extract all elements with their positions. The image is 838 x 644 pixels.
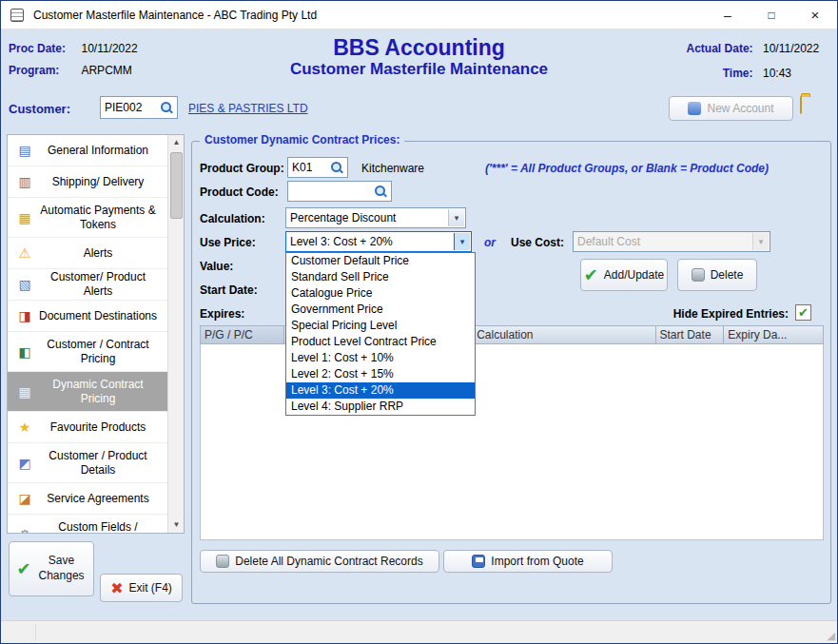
scroll-up-icon[interactable]: ▲ — [168, 135, 185, 150]
grid-icon: ▦ — [15, 384, 34, 400]
import-from-quote-button[interactable]: Import from Quote — [443, 550, 613, 573]
sidebar-item-alerts[interactable]: ⚠ Alerts — [8, 238, 169, 269]
chevron-down-icon[interactable]: ▾ — [454, 233, 470, 250]
chevron-down-icon[interactable]: ▾ — [448, 209, 464, 226]
dynamic-contract-prices-group: Customer Dynamic Contract Prices: Produc… — [191, 141, 831, 604]
star-icon: ★ — [15, 420, 34, 435]
delete-all-icon — [216, 555, 229, 568]
use-price-option[interactable]: Special Pricing Level — [286, 318, 475, 334]
sidebar-item-custom-fields[interactable]: ⚙ Custom Fields / Attributes — [8, 515, 169, 534]
product-group-hint: ('***' = All Product Groups, or Blank = … — [485, 162, 769, 175]
sidebar-item-service-agreements[interactable]: ◪ Service Agreements — [8, 483, 169, 515]
use-price-select[interactable]: Level 3: Cost + 20% ▾ — [285, 231, 472, 252]
app-icon — [10, 9, 24, 22]
calculation-value: Percentage Discount — [290, 211, 396, 224]
check-icon: ✔ — [584, 264, 598, 285]
column-header-pg-pc[interactable]: P/G / P/C — [201, 326, 284, 343]
column-header-calculation[interactable]: Calculation — [473, 326, 655, 343]
sidebar-item-favourite-products[interactable]: ★ Favourite Products — [8, 412, 169, 443]
delete-all-label: Delete All Dynamic Contract Records — [235, 555, 422, 568]
use-price-option[interactable]: Customer Default Price — [286, 253, 475, 269]
use-price-option[interactable]: Catalogue Price — [286, 285, 475, 302]
product-group-label: Product Group: — [200, 162, 284, 175]
add-update-button[interactable]: ✔ Add/Update — [580, 259, 668, 291]
group-title: Customer Dynamic Contract Prices: — [200, 133, 404, 146]
product-group-input[interactable] — [288, 158, 328, 177]
delete-icon — [692, 268, 705, 282]
import-quote-label: Import from Quote — [491, 555, 583, 568]
credit-card-icon: ▦ — [15, 210, 34, 225]
close-icon[interactable]: × — [793, 1, 837, 29]
delete-button[interactable]: Delete — [677, 259, 757, 291]
customer-code-field[interactable] — [100, 96, 178, 119]
checkmark-icon: ✔ — [798, 305, 809, 320]
exit-label: Exit (F4) — [129, 581, 172, 595]
actual-date-value: 10/11/2022 — [763, 42, 828, 55]
warning-icon: ⚠ — [15, 245, 34, 261]
use-price-option[interactable]: Government Price — [286, 302, 475, 318]
product-group-field[interactable] — [287, 157, 348, 178]
resize-grip-icon[interactable]: ◢ — [828, 630, 835, 642]
actual-date-label: Actual Date: — [675, 42, 753, 55]
sidebar-nav: ▤ General Information ▥ Shipping/ Delive… — [7, 134, 185, 534]
product-group-name: Kitchenware — [361, 162, 424, 175]
header-right: Actual Date: 10/11/2022 Time: 10:43 — [675, 39, 828, 88]
minimize-icon[interactable]: – — [706, 1, 750, 29]
save-changes-label: Save Changes — [37, 554, 87, 583]
use-price-value: Level 3: Cost + 20% — [290, 235, 393, 248]
new-account-label: New Account — [707, 102, 773, 115]
add-update-label: Add/Update — [604, 268, 664, 282]
new-account-button[interactable]: New Account — [669, 96, 793, 121]
scroll-down-icon[interactable]: ▼ — [168, 517, 185, 533]
delete-all-records-button[interactable]: Delete All Dynamic Contract Records — [200, 550, 439, 573]
folder-icon — [800, 96, 802, 114]
start-date-label: Start Date: — [200, 283, 258, 297]
time-label: Time: — [675, 67, 753, 80]
sidebar-item-automatic-payments[interactable]: ▦ Automatic Payments & Tokens — [8, 198, 169, 238]
delete-label: Delete — [711, 268, 744, 282]
use-price-option-selected[interactable]: Level 3: Cost + 20% — [286, 382, 475, 399]
time-value: 10:43 — [763, 67, 828, 80]
product-code-field[interactable] — [287, 181, 392, 202]
save-changes-button[interactable]: ✔ Save Changes — [9, 541, 94, 596]
use-price-option[interactable]: Product Level Contract Price — [286, 334, 475, 350]
exit-button[interactable]: ✖ Exit (F4) — [100, 574, 183, 602]
column-header-start-date[interactable]: Start Date — [656, 326, 725, 343]
status-divider — [35, 624, 36, 640]
status-bar: ◢ — [1, 620, 837, 643]
customer-label: Customer: — [9, 102, 70, 116]
check-icon: ✔ — [16, 558, 30, 579]
use-price-option[interactable]: Standard Sell Price — [286, 269, 475, 285]
gear-icon: ⚙ — [15, 527, 34, 535]
scrollbar-thumb[interactable] — [170, 152, 183, 219]
maximize-icon[interactable]: □ — [750, 1, 793, 29]
customer-name-link[interactable]: PIES & PASTRIES LTD — [188, 102, 308, 115]
product-group-search-icon[interactable] — [330, 161, 344, 175]
search-icon[interactable] — [160, 101, 174, 115]
hide-expired-checkbox[interactable]: ✔ — [795, 304, 811, 321]
product-code-input[interactable] — [288, 182, 372, 201]
customer-code-input[interactable] — [101, 97, 158, 118]
sidebar-item-general-information[interactable]: ▤ General Information — [8, 135, 169, 166]
open-folder-button[interactable] — [800, 97, 825, 121]
calculation-label: Calculation: — [200, 212, 265, 225]
calculation-select[interactable]: Percentage Discount ▾ — [285, 207, 466, 228]
product-code-search-icon[interactable] — [374, 185, 388, 199]
use-cost-label: Use Cost: — [511, 236, 564, 249]
sidebar-item-customer-product-details[interactable]: ◩ Customer / Product Details — [8, 443, 169, 483]
person-details-icon: ◩ — [15, 456, 34, 471]
sidebar-scrollbar[interactable]: ▲ ▼ — [167, 135, 184, 533]
use-price-option[interactable]: Level 2: Cost + 15% — [286, 366, 475, 382]
service-icon: ◪ — [15, 491, 34, 506]
sidebar-item-document-destinations[interactable]: ◨ Document Destinations — [8, 301, 169, 332]
use-cost-value: Default Cost — [577, 235, 640, 248]
or-label: or — [484, 236, 496, 249]
use-price-option[interactable]: Level 4: Supplier RRP — [286, 399, 475, 415]
title-bar: Customer Masterfile Maintenance - ABC Tr… — [1, 1, 837, 29]
sidebar-item-customer-product-alerts[interactable]: ▧ Customer/ Product Alerts — [8, 269, 169, 301]
sidebar-item-shipping-delivery[interactable]: ▥ Shipping/ Delivery — [8, 166, 169, 198]
column-header-expiry-date[interactable]: Expiry Da... — [724, 326, 823, 343]
sidebar-item-dynamic-contract-pricing[interactable]: ▦ Dynamic Contract Pricing — [8, 372, 169, 412]
sidebar-item-customer-contract-pricing[interactable]: ◧ Customer / Contract Pricing — [8, 332, 169, 372]
use-price-option[interactable]: Level 1: Cost + 10% — [286, 350, 475, 366]
